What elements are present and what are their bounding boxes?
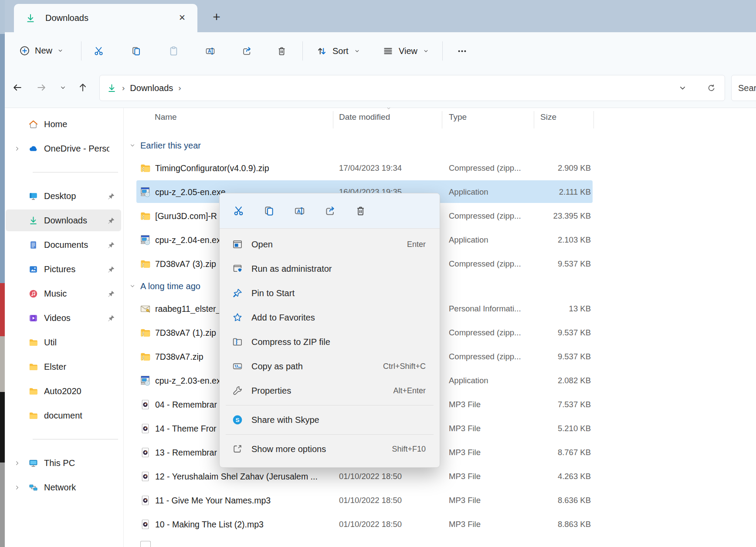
quick-cut-button[interactable] [229,202,247,220]
close-tab-icon[interactable]: ✕ [174,10,190,26]
expand-chevron-icon[interactable] [11,460,23,466]
expand-chevron-icon[interactable] [11,145,23,152]
column-separator[interactable] [442,111,442,128]
file-name: cpu-z_2.04-en.ex [155,235,221,245]
sidebar-item-auto2020[interactable]: Auto2020 [5,379,123,403]
menu-item-run-as-administrator[interactable]: Run as administrator [220,257,440,281]
column-header-date-modified[interactable]: Date modified [339,112,390,122]
new-tab-button[interactable]: + [208,9,225,25]
menu-item-compress-to-zip-file[interactable]: Compress to ZIP file [220,330,440,354]
file-row-11-give-me-your-names-mp3[interactable]: 11 - Give Me Your Names.mp301/10/2022 18… [124,488,756,512]
column-header-name[interactable]: Name [155,112,177,122]
sidebar-item-label: Desktop [44,191,76,201]
sidebar-item-label: Pictures [44,264,75,274]
quick-delete-button[interactable] [351,202,370,220]
menu-item-properties[interactable]: PropertiesAlt+Enter [220,378,440,403]
sort-direction-icon [385,106,392,111]
sidebar-item-onedrive-persona[interactable]: OneDrive - Persona [5,136,123,161]
back-button[interactable] [9,79,26,96]
file-type: MP3 File [449,496,481,505]
desktop-background-sliver [0,283,5,336]
menu-item-pin-to-start[interactable]: Pin to Start [220,281,440,305]
folder-icon [28,386,38,396]
zip-icon [139,351,151,362]
delete-button[interactable] [272,41,291,61]
download-icon [28,216,38,226]
rename-icon: A [294,205,305,217]
copy-icon [263,205,275,217]
column-separator[interactable] [333,111,333,128]
quick-copy-button[interactable] [260,202,278,220]
file-row-10-making-the-list-2-mp3[interactable]: 10 - Making The List (2).mp301/10/2022 1… [124,512,756,536]
file-type: Compressed (zipp... [449,259,521,269]
sidebar-item-label: Home [44,119,67,129]
menu-item-share-with-skype[interactable]: SShare with Skype [220,408,440,432]
file-size: 13 KB [529,304,591,314]
folder-icon [28,362,38,372]
sidebar-item-videos[interactable]: Videos [5,306,123,330]
column-separator[interactable] [534,111,534,128]
sidebar-item-pictures[interactable]: Pictures [5,257,123,281]
file-row-12-yerushalaim-shel-zahav-jerusalem[interactable]: 12 - Yerushalaim Shel Zahav (Jerusalem .… [124,464,756,488]
recent-locations-button[interactable] [54,79,71,96]
copy-icon [131,46,142,57]
share-button[interactable] [237,41,256,61]
column-header-type[interactable]: Type [449,112,467,122]
expand-chevron-icon[interactable] [11,484,23,491]
rename-button[interactable]: A [200,41,220,61]
paste-button[interactable] [164,41,183,61]
quick-share-button[interactable] [321,202,339,220]
sidebar-item-util[interactable]: Util [5,330,123,355]
sidebar-item-home[interactable]: Home [5,112,123,136]
sidebar-item-elster[interactable]: Elster [5,355,123,379]
sort-button[interactable]: Sort [311,40,366,62]
column-separator[interactable] [593,111,594,128]
file-name: TimingConfigurator(v4.0.9).zip [155,163,269,173]
open-icon [232,239,243,250]
file-type: Application [449,187,488,197]
file-name: 11 - Give Me Your Names.mp3 [155,495,271,505]
breadcrumb-chevron-icon[interactable]: › [178,83,181,93]
sidebar-item-documents[interactable]: Documents [5,233,123,257]
menu-item-copy-as-path[interactable]: Copy as pathCtrl+Shift+C [220,354,440,378]
forward-button[interactable] [33,79,50,96]
menu-item-shortcut: Ctrl+Shift+C [383,362,426,371]
breadcrumb-downloads[interactable]: Downloads [130,83,173,93]
sidebar-item-this-pc[interactable]: This PC [5,451,123,475]
menu-item-show-more-options[interactable]: Show more optionsShift+F10 [220,437,440,461]
menu-item-add-to-favorites[interactable]: Add to Favorites [220,305,440,330]
copy-button[interactable] [126,41,146,61]
trash-icon [355,205,366,217]
sidebar-item-music[interactable]: Music [5,281,123,306]
column-header-size[interactable]: Size [540,112,556,122]
view-button[interactable]: View [377,40,434,62]
file-row-timingconfigurator-v4-0-9-zip[interactable]: TimingConfigurator(v4.0.9).zip17/04/2023… [124,156,756,180]
quick-rename-button[interactable]: A [290,202,309,220]
address-dropdown-button[interactable] [674,79,691,97]
group-header-earlier-this-year[interactable]: Earlier this year [124,135,756,156]
search-input[interactable]: Searc [731,75,756,101]
folder-icon [28,338,38,348]
chevron-down-icon[interactable] [129,142,136,149]
up-button[interactable] [74,79,92,96]
sidebar-item-downloads[interactable]: Downloads [5,208,123,233]
refresh-button[interactable] [702,79,720,97]
tab-downloads[interactable]: Downloads ✕ [14,4,197,32]
address-bar[interactable]: › Downloads › [99,75,725,101]
new-button[interactable]: New [13,38,70,63]
context-menu-items: OpenEnterRun as administratorPin to Star… [220,229,440,461]
plus-circle-icon [19,45,30,56]
file-type: MP3 File [449,448,481,457]
menu-separator [226,405,434,405]
menu-item-open[interactable]: OpenEnter [220,232,440,257]
more-options-button[interactable] [452,41,471,61]
chevron-down-icon[interactable] [129,283,136,290]
exe-icon [139,375,151,386]
sidebar-item-document[interactable]: document [5,403,123,428]
chevron-down-icon [59,84,67,91]
skype-icon: S [232,414,243,425]
file-date-modified: 01/10/2022 18:50 [339,496,402,505]
sidebar-item-desktop[interactable]: Desktop [5,184,123,208]
cut-button[interactable] [89,41,108,61]
sidebar-item-network[interactable]: Network [5,475,123,500]
